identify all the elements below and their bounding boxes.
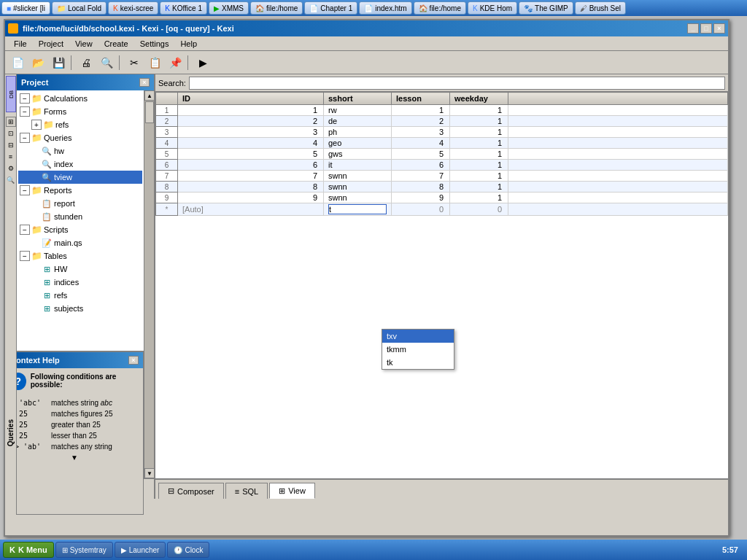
search-side-icon[interactable]: 🔍 xyxy=(6,175,16,185)
taskbar-item-kde[interactable]: K KDE Hom xyxy=(468,1,517,15)
tree-node-mainqs[interactable]: 📝 main.qs xyxy=(18,236,142,249)
table-row[interactable]: 4 4 geo 4 1 xyxy=(156,138,728,149)
tree-scrollbar[interactable]: ▲ ▼ xyxy=(144,90,154,478)
taskbar-item-file-home2[interactable]: 🏠 file:/home xyxy=(414,1,466,15)
taskbar-item-index[interactable]: 📄 index.htm xyxy=(359,1,411,15)
menu-project[interactable]: Project xyxy=(33,38,69,50)
query-icon[interactable]: ⊡ xyxy=(6,128,16,139)
tree-node-reports[interactable]: − 📁 Reports xyxy=(18,184,142,197)
expander-refs-forms[interactable]: + xyxy=(31,120,42,130)
taskbar-item-file-home[interactable]: 🏠 file:/home xyxy=(250,1,303,15)
expander-queries[interactable]: − xyxy=(20,133,30,143)
new-row-sshort[interactable] xyxy=(324,203,392,216)
copy-button[interactable]: 📋 xyxy=(145,54,164,71)
col-header-weekday[interactable]: weekday xyxy=(450,93,508,105)
tree-node-forms[interactable]: − 📁 Forms xyxy=(18,105,142,118)
tree-node-index[interactable]: 🔍 index xyxy=(18,158,142,171)
taskbar-item-slicker[interactable]: ■ #slicker [li xyxy=(1,1,50,15)
taskbar-item-koffice[interactable]: K KOffice 1 xyxy=(160,1,207,15)
taskbar-item-gimp[interactable]: 🐾 The GIMP xyxy=(519,1,573,15)
table-row[interactable]: 7 7 swnn 7 1 xyxy=(156,171,728,182)
taskbar-bottom-launcher[interactable]: ▶ Launcher xyxy=(115,542,166,558)
autocomplete-item-tkmm[interactable]: tkmm xyxy=(382,343,454,356)
tab-composer[interactable]: ⊟ Composer xyxy=(158,483,224,499)
taskbar-bottom-clock[interactable]: 🕐 Clock xyxy=(167,542,209,558)
table-icon-hw: ⊞ xyxy=(42,264,52,274)
taskbar-item-chapter[interactable]: 📄 Chapter 1 xyxy=(304,1,357,15)
tree-node-calculations[interactable]: − 📁 Calculations xyxy=(18,92,142,105)
macro-icon[interactable]: ⚙ xyxy=(6,163,16,174)
expander-calculations[interactable]: − xyxy=(20,93,30,104)
col-header-lesson[interactable]: lesson xyxy=(392,93,450,105)
report-icon[interactable]: ≡ xyxy=(6,152,16,162)
table-row[interactable]: 6 6 it 6 1 xyxy=(156,160,728,171)
start-button[interactable]: K K Menu xyxy=(3,542,54,558)
scroll-thumb[interactable] xyxy=(145,101,154,123)
menu-create[interactable]: Create xyxy=(98,38,134,50)
tree-node-queries[interactable]: − 📁 Queries xyxy=(18,131,142,144)
scroll-track[interactable] xyxy=(144,101,154,468)
print-button[interactable]: 🖨 xyxy=(77,54,96,71)
tree-node-tables[interactable]: − 📁 Tables xyxy=(18,249,142,262)
table-icon[interactable]: ⊞ xyxy=(6,117,16,127)
tree-node-subjects[interactable]: ⊞ subjects xyxy=(18,302,142,315)
paste-button[interactable]: 📌 xyxy=(166,54,185,71)
autocomplete-dropdown: txv tkmm tk xyxy=(382,329,454,370)
form-icon[interactable]: ⊟ xyxy=(6,140,16,150)
tree-node-hw[interactable]: 🔍 hw xyxy=(18,144,142,158)
tree-node-stunden[interactable]: 📋 stunden xyxy=(18,210,142,223)
table-row[interactable]: 2 2 de 2 1 xyxy=(156,116,728,127)
taskbar-item-xmms[interactable]: ▶ XMMS xyxy=(209,1,249,15)
run-query-button[interactable]: ▶ xyxy=(193,54,212,71)
taskbar-item-brush[interactable]: 🖌 Brush Sel xyxy=(575,1,626,15)
col-header-sshort[interactable]: sshort xyxy=(324,93,392,105)
menu-settings[interactable]: Settings xyxy=(134,38,175,50)
new-button[interactable]: 📄 xyxy=(8,54,27,71)
search-input[interactable] xyxy=(189,77,725,90)
tree-node-indices[interactable]: ⊞ indices xyxy=(18,276,142,289)
menu-file[interactable]: File xyxy=(8,38,33,50)
new-row[interactable]: * [Auto] 0 0 xyxy=(156,203,728,216)
tree-node-refs-table[interactable]: ⊞ refs xyxy=(18,289,142,302)
save-button[interactable]: 💾 xyxy=(49,54,68,71)
scroll-down-btn[interactable]: ▼ xyxy=(144,468,154,478)
col-header-rownum xyxy=(156,93,178,105)
expander-scripts[interactable]: − xyxy=(20,225,30,235)
col-header-id[interactable]: ID xyxy=(178,93,324,105)
help-panel-close[interactable]: × xyxy=(128,356,139,365)
tab-sql[interactable]: ≡ SQL xyxy=(225,483,268,499)
table-row[interactable]: 3 3 ph 3 1 xyxy=(156,127,728,138)
open-button[interactable]: 📂 xyxy=(28,54,47,71)
table-row[interactable]: 1 1 rw 1 1 xyxy=(156,105,728,116)
cell-lesson-9: 9 xyxy=(392,192,450,203)
minimize-button[interactable]: _ xyxy=(687,23,699,34)
expander-tables[interactable]: − xyxy=(20,251,30,261)
scroll-up-btn[interactable]: ▲ xyxy=(144,90,154,101)
preview-button[interactable]: 🔍 xyxy=(97,54,116,71)
table-row[interactable]: 8 8 swnn 8 1 xyxy=(156,182,728,192)
taskbar-bottom-systemtray[interactable]: ⊞ Systemtray xyxy=(55,542,113,558)
cell-id-6: 6 xyxy=(178,160,324,171)
tree-node-refs-forms[interactable]: + 📁 refs xyxy=(18,118,142,131)
taskbar-item-kexi[interactable]: K kexi-scree xyxy=(108,1,158,15)
table-container[interactable]: ID sshort lesson weekday 1 1 rw 1 1 2 2 xyxy=(155,92,728,478)
autocomplete-item-tk[interactable]: tk xyxy=(382,356,454,369)
tab-view[interactable]: ⊞ View xyxy=(269,483,315,499)
close-button[interactable]: × xyxy=(713,23,725,34)
tree-node-scripts[interactable]: − 📁 Scripts xyxy=(18,223,142,236)
table-row[interactable]: 9 9 swnn 9 1 xyxy=(156,192,728,203)
autocomplete-item-txv[interactable]: txv xyxy=(382,330,454,343)
tree-node-report[interactable]: 📋 report xyxy=(18,197,142,210)
table-row[interactable]: 5 5 gws 5 1 xyxy=(156,149,728,160)
project-panel-close[interactable]: × xyxy=(139,78,150,87)
menu-help[interactable]: Help xyxy=(174,38,203,50)
restore-button[interactable]: □ xyxy=(700,23,712,34)
tree-node-tview[interactable]: 🔍 tview xyxy=(18,171,142,184)
taskbar-item-local-fold[interactable]: 📁 Local Fold xyxy=(52,1,107,15)
database-icon[interactable]: DB xyxy=(6,76,16,112)
expander-forms[interactable]: − xyxy=(20,106,30,117)
menu-view[interactable]: View xyxy=(69,38,98,50)
expander-reports[interactable]: − xyxy=(20,185,30,195)
cut-button[interactable]: ✂ xyxy=(125,54,144,71)
tree-node-hw-table[interactable]: ⊞ HW xyxy=(18,262,142,276)
